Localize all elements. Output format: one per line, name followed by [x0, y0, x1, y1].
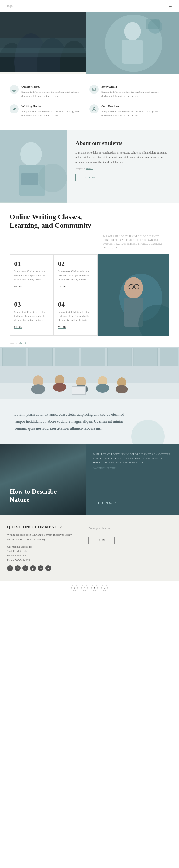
svg-point-46 [96, 384, 109, 393]
submit-button[interactable]: SUBMIT [88, 537, 114, 544]
youtube-icon[interactable]: y [23, 565, 28, 571]
owc-paragraph: PARAGRAPH. LOREM IPSUM DOLOR SIT AMET, C… [103, 235, 170, 250]
svg-rect-6 [146, 19, 160, 29]
feature-our-teachers: Our Teachers Sample text. Click to selec… [90, 101, 170, 121]
contact-form-section: QUESTIONS? COMMENTS? Writing school is o… [0, 515, 179, 580]
contact-hours: Writing school is open 10:00am to 5:00pm… [7, 532, 74, 541]
about-student-image [0, 130, 67, 203]
card-01-more-link[interactable]: MORE [14, 285, 22, 288]
card-03-text: Sample text. Click to select the text bo… [14, 310, 49, 322]
hero-image [86, 12, 179, 74]
footer-facebook-icon[interactable]: f [71, 585, 78, 591]
footer: f 𝕏 𝒚 in [0, 581, 179, 595]
numbered-cards-grid: 01 Sample text. Click to select the text… [9, 254, 98, 336]
svg-line-12 [15, 108, 15, 109]
cards-side-image [98, 254, 170, 336]
svg-point-15 [20, 142, 42, 166]
card-03: 03 Sample text. Click to select the text… [9, 295, 53, 336]
contact-heading: QUESTIONS? COMMENTS? [7, 525, 74, 529]
about-paragraph: Duis aute irure dolor in reprehenderit i… [75, 151, 170, 165]
card-02-text: Sample text. Click to select the text bo… [58, 270, 93, 281]
card-04-more-link[interactable]: MORE [58, 326, 66, 329]
nature-image-panel: How to Describe Nature [0, 444, 86, 515]
cards-section: 01 Sample text. Click to select the text… [0, 254, 179, 340]
svg-point-22 [124, 277, 143, 299]
card-04-text: Sample text. Click to select the text bo… [58, 310, 93, 322]
cards-img-credit: Image from Freepik [0, 340, 179, 347]
card-04: 04 Sample text. Click to select the text… [53, 295, 97, 336]
linkedin-icon[interactable]: in [38, 565, 43, 571]
svg-rect-29 [2, 348, 26, 366]
cards-freepik-link[interactable]: Freepik [20, 342, 27, 344]
svg-point-13 [93, 107, 95, 109]
svg-rect-30 [29, 348, 52, 366]
social-icons-row: f 𝕏 y p in ● [7, 565, 74, 571]
about-heading: About our students [75, 140, 170, 147]
name-input[interactable] [88, 525, 172, 532]
svg-point-40 [53, 383, 66, 392]
lorem-blob-decoration [131, 420, 165, 444]
owc-paragraph-section: PARAGRAPH. LOREM IPSUM DOLOR SIT AMET, C… [0, 235, 179, 254]
contact-form: SUBMIT [81, 515, 179, 580]
feature-storytelling: Storytelling Sample text. Click to selec… [90, 82, 170, 101]
about-content: About our students Duis aute irure dolor… [67, 130, 179, 203]
svg-point-3 [124, 22, 141, 40]
svg-rect-33 [107, 348, 131, 366]
card-01-number: 01 [14, 260, 49, 268]
svg-rect-31 [55, 348, 79, 366]
other-social-icon[interactable]: ● [45, 565, 51, 571]
logo: logo [7, 4, 13, 8]
about-img-credit: Image from Freepik [75, 167, 170, 170]
pinterest-icon[interactable]: p [30, 565, 36, 571]
feature-online-classes-text: Online classes Sample text. Click to sel… [22, 85, 85, 98]
card-01: 01 Sample text. Click to select the text… [9, 254, 53, 295]
learn-more-button[interactable]: learn more [75, 174, 106, 181]
nature-content: SAMPLE TEXT. LOREM IPSUM DOLOR SIT AMET,… [86, 444, 179, 515]
svg-rect-35 [160, 348, 178, 366]
nature-section: How to Describe Nature SAMPLE TEXT. LORE… [0, 444, 179, 515]
writing-habits-icon [9, 104, 19, 114]
svg-rect-7 [12, 88, 16, 91]
svg-point-48 [115, 385, 128, 393]
feature-writing-habits: Writing Habits Sample text. Click to sel… [9, 101, 90, 121]
online-classes-icon [9, 85, 19, 94]
card-03-more-link[interactable]: MORE [14, 326, 22, 329]
card-02-more-link[interactable]: MORE [58, 285, 66, 288]
card-01-text: Sample text. Click to select the text bo… [14, 270, 49, 281]
lorem-section: Lorem ipsum dolor sit amet, consectetur … [0, 399, 179, 444]
svg-rect-36 [0, 382, 179, 399]
svg-rect-34 [134, 348, 157, 366]
svg-rect-44 [72, 386, 85, 394]
feature-online-classes: Online classes Sample text. Click to sel… [9, 82, 90, 101]
feature-storytelling-text: Storytelling Sample text. Click to selec… [101, 85, 165, 98]
about-freepik-link[interactable]: Freepik [86, 167, 93, 169]
svg-point-38 [31, 384, 45, 394]
owc-heading: Online Writing Classes, Learning, and Co… [9, 212, 105, 229]
nature-heading: How to Describe Nature [9, 487, 76, 503]
contact-address: Our mailing address is: 1526 Charlotte S… [7, 545, 74, 562]
lorem-text: Lorem ipsum dolor sit amet, consectetur … [14, 411, 134, 432]
group-photo-section [0, 347, 179, 399]
svg-rect-55 [0, 48, 86, 57]
facebook-icon[interactable]: f [7, 565, 13, 571]
svg-rect-32 [81, 348, 105, 366]
card-02: 02 Sample text. Click to select the text… [53, 254, 97, 295]
about-section: About our students Duis aute irure dolor… [0, 130, 179, 203]
nature-learn-more-button[interactable]: LEARN MORE [93, 500, 123, 507]
owc-heading-section: Online Writing Classes, Learning, and Co… [0, 203, 179, 235]
footer-youtube-icon[interactable]: 𝒚 [92, 585, 98, 591]
twitter-icon[interactable]: 𝕏 [15, 565, 21, 571]
card-04-number: 04 [58, 301, 93, 308]
svg-rect-4 [122, 40, 143, 64]
nature-sample-text: SAMPLE TEXT. LOREM IPSUM DOLOR SIT AMET,… [93, 452, 172, 464]
hamburger-icon[interactable]: ≡ [169, 3, 172, 9]
contact-info: QUESTIONS? COMMENTS? Writing school is o… [0, 515, 81, 580]
card-03-number: 03 [14, 301, 49, 308]
feature-writing-habits-text: Writing Habits Sample text. Click to sel… [22, 104, 85, 117]
card-02-number: 02 [58, 260, 93, 268]
storytelling-icon [90, 85, 99, 94]
footer-twitter-icon[interactable]: 𝕏 [81, 585, 87, 591]
footer-linkedin-icon[interactable]: in [101, 585, 108, 591]
teachers-icon [90, 104, 99, 114]
nature-img-credit: IMAGE FROM FREEPIK [93, 467, 172, 469]
